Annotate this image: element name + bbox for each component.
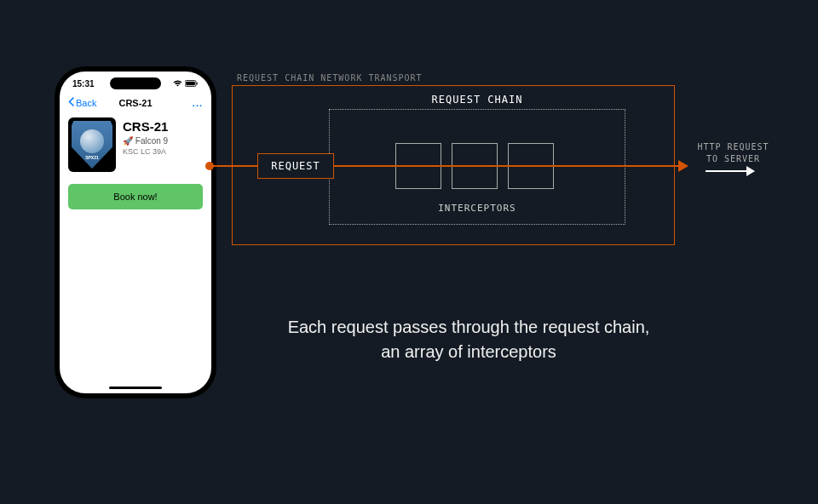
- phone-mockup: 15:31 Back CRS-21 ...: [55, 66, 216, 398]
- caption-line2: an array of interceptors: [381, 342, 556, 361]
- battery-icon: [185, 80, 199, 89]
- request-arrowhead-icon: [678, 160, 688, 172]
- status-icons: [173, 79, 199, 89]
- rocket-icon: 🚀: [123, 136, 133, 146]
- mission-name: CRS-21: [123, 119, 203, 134]
- nav-menu-dots[interactable]: ...: [193, 98, 203, 108]
- caption-line1: Each request passes through the request …: [288, 318, 650, 336]
- mission-row: SPX21 CRS-21 🚀 Falcon 9 KSC LC 39A: [68, 117, 203, 172]
- http-label: HTTP REQUEST TO SERVER: [688, 141, 778, 165]
- http-line1: HTTP REQUEST: [697, 142, 769, 152]
- book-now-button[interactable]: Book now!: [68, 184, 203, 209]
- svg-rect-1: [186, 81, 195, 85]
- chevron-left-icon: [68, 97, 74, 108]
- back-label: Back: [76, 98, 96, 108]
- badge-globe-icon: [80, 129, 104, 153]
- mission-badge: SPX21: [68, 117, 116, 172]
- app-content: SPX21 CRS-21 🚀 Falcon 9 KSC LC 39A Book …: [68, 117, 203, 209]
- http-arrow-line: [706, 170, 748, 172]
- transport-label: REQUEST CHAIN NETWORK TRANSPORT: [237, 73, 423, 83]
- phone-notch: [110, 77, 161, 89]
- launch-site: KSC LC 39A: [123, 147, 203, 156]
- wifi-icon: [173, 80, 182, 89]
- status-time: 15:31: [72, 79, 95, 89]
- request-line: [208, 165, 257, 167]
- request-line: [334, 165, 680, 167]
- request-chain-label: REQUEST CHAIN: [329, 94, 625, 106]
- http-line2: TO SERVER: [706, 154, 760, 163]
- badge-shield-icon: SPX21: [72, 121, 112, 169]
- caption: Each request passes through the request …: [256, 315, 682, 364]
- svg-rect-2: [197, 82, 198, 84]
- phone-screen: 15:31 Back CRS-21 ...: [60, 72, 211, 393]
- back-button[interactable]: Back: [68, 97, 96, 108]
- rocket-name: Falcon 9: [135, 136, 168, 146]
- nav-bar: Back CRS-21 ...: [60, 97, 211, 108]
- rocket-line: 🚀 Falcon 9: [123, 136, 203, 146]
- mission-info: CRS-21 🚀 Falcon 9 KSC LC 39A: [123, 117, 203, 156]
- badge-text: SPX21: [85, 155, 99, 160]
- home-indicator: [109, 387, 162, 389]
- interceptors-label: INTERCEPTORS: [329, 203, 625, 214]
- http-arrowhead-icon: [746, 166, 755, 176]
- request-box: REQUEST: [257, 153, 334, 179]
- nav-title: CRS-21: [118, 98, 152, 108]
